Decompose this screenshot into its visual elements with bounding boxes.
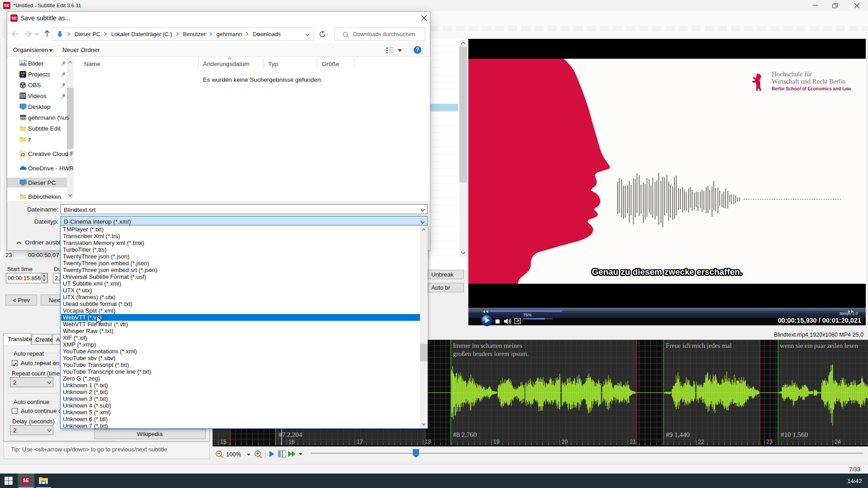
svg-text:großen bruders lorem ipsum.: großen bruders lorem ipsum. xyxy=(453,350,529,357)
svg-text:wenn sie ein paar zeilen lesen: wenn sie ein paar zeilen lesen xyxy=(780,342,858,349)
svg-text:24: 24 xyxy=(835,439,841,445)
svg-text:Freue ich mich jedes mal: Freue ich mich jedes mal xyxy=(666,342,732,349)
svg-text:17: 17 xyxy=(357,439,363,445)
svg-text:#9 1,440: #9 1,440 xyxy=(666,431,690,438)
svg-text:#8 2,760: #8 2,760 xyxy=(453,431,477,438)
svg-text:21: 21 xyxy=(630,439,636,445)
svg-text:15: 15 xyxy=(220,439,226,445)
svg-text:#10 1,560: #10 1,560 xyxy=(781,431,808,438)
svg-text:19: 19 xyxy=(493,439,500,445)
svg-text:Immer im schatten meines: Immer im schatten meines xyxy=(453,342,523,349)
svg-text:23: 23 xyxy=(766,439,773,445)
svg-text:22: 22 xyxy=(698,439,704,445)
svg-text:18: 18 xyxy=(425,439,431,445)
svg-text:16: 16 xyxy=(288,439,295,445)
svg-text:#7 2,204: #7 2,204 xyxy=(278,431,302,438)
svg-text:20: 20 xyxy=(561,439,568,445)
